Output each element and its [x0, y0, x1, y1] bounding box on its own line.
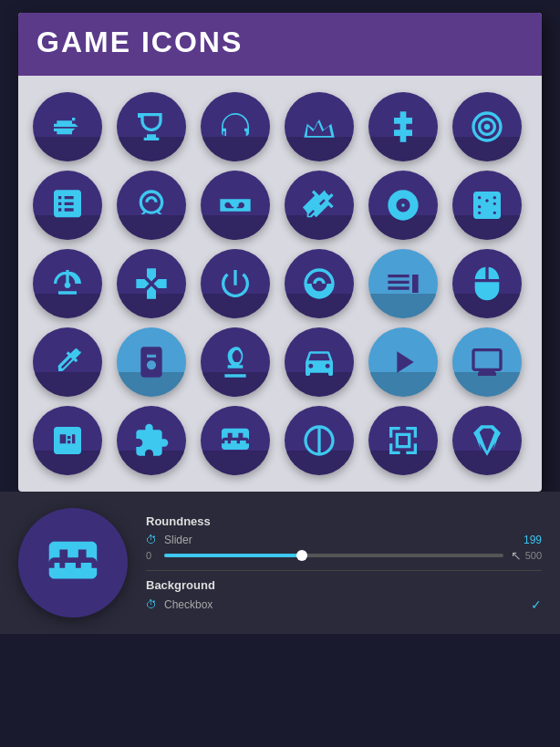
dpad-icon[interactable]: [368, 92, 438, 161]
monitor-icon[interactable]: [452, 327, 522, 397]
trophy-icon[interactable]: [117, 92, 186, 161]
checkbox-clock-icon: ⏱: [146, 598, 157, 611]
slider-range-row: 0 ↖ 500: [146, 548, 542, 563]
gamepad-icon[interactable]: [117, 249, 186, 318]
cards-icon[interactable]: [33, 171, 102, 240]
controls-panel: Roundness ⏱ Slider 199 0 ↖ 500 Backgroun…: [146, 514, 542, 612]
headphones-icon[interactable]: [201, 92, 270, 161]
roundness-label: Roundness: [146, 514, 542, 528]
dice-icon[interactable]: [452, 171, 522, 240]
vr-headset-icon[interactable]: [201, 171, 270, 240]
power-icon[interactable]: [201, 249, 270, 318]
beach-ball-icon[interactable]: [285, 406, 354, 475]
slider-icon: ⏱: [146, 534, 157, 546]
crown-icon[interactable]: [285, 92, 354, 161]
divider: [146, 570, 542, 571]
preview-circle: [18, 508, 128, 617]
chess-knight-icon[interactable]: [201, 327, 270, 397]
range-max: 500: [525, 550, 542, 561]
checkbox-row: ⏱ Checkbox ✓: [146, 597, 542, 612]
page-title: GAME ICONS: [36, 26, 524, 59]
puzzle-icon[interactable]: [117, 406, 186, 475]
main-card: GAME ICONS: [18, 13, 542, 492]
slider-fill: [164, 554, 300, 557]
slider-value: 199: [524, 534, 542, 546]
mouse-icon[interactable]: [452, 249, 522, 318]
checkbox-label: Checkbox: [164, 598, 213, 611]
gamepad-preview-icon: [41, 531, 105, 595]
background-label: Background: [146, 578, 542, 592]
checkbox-check[interactable]: ✓: [531, 597, 542, 612]
header: GAME ICONS: [18, 13, 542, 76]
cursor-icon: ↖: [511, 548, 522, 563]
guitar-icon[interactable]: [33, 327, 102, 397]
bottom-panel: Roundness ⏱ Slider 199 0 ↖ 500 Backgroun…: [0, 492, 560, 634]
range-min: 0: [146, 550, 161, 561]
horseshoe-icon[interactable]: [117, 171, 186, 240]
crossed-swords-icon[interactable]: [285, 171, 354, 240]
joystick-icon[interactable]: [33, 249, 102, 318]
slider-label: Slider: [164, 534, 192, 546]
slider-thumb[interactable]: [296, 550, 307, 561]
mp3-player-icon[interactable]: [117, 327, 186, 397]
play-button-icon[interactable]: [368, 327, 438, 397]
gem-icon[interactable]: [452, 406, 522, 475]
slider-track[interactable]: [164, 554, 503, 557]
slot-machine-icon[interactable]: [33, 406, 102, 475]
gun-icon[interactable]: [33, 92, 102, 161]
tictactoe-icon[interactable]: [368, 406, 438, 475]
car-icon[interactable]: [285, 327, 354, 397]
slider-row: ⏱ Slider 199: [146, 534, 542, 546]
start-button-icon[interactable]: [368, 249, 438, 318]
gamepad2-icon[interactable]: [201, 406, 270, 475]
target-icon[interactable]: [452, 92, 522, 161]
steering-wheel-icon[interactable]: [285, 249, 354, 318]
icons-grid: [18, 76, 542, 492]
disc-icon[interactable]: [368, 171, 438, 240]
